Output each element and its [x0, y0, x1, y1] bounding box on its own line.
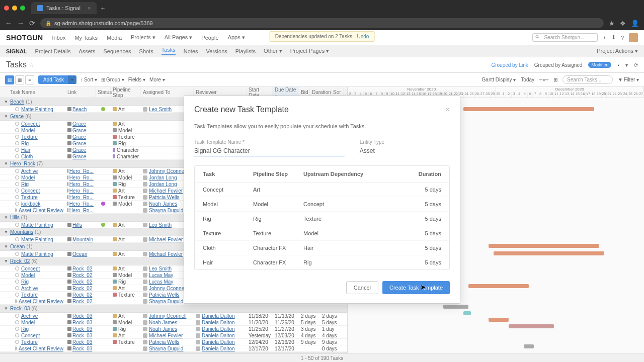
group-row[interactable]: ▼Rock_03(6) — [0, 305, 347, 313]
search-tasks-input[interactable]: Search Tasks... — [562, 75, 613, 84]
gantt-bar[interactable] — [463, 311, 471, 315]
grid-view-icon[interactable]: ▦ — [15, 75, 24, 84]
close-icon[interactable]: × — [88, 5, 91, 11]
gantt-display-menu[interactable]: Gantt Display ▾ — [482, 77, 516, 82]
modal-description: Task Templates allow you to easily popul… — [194, 123, 450, 129]
nav-people[interactable]: People — [201, 35, 218, 41]
extensions-menu-icon[interactable]: ❖ — [620, 20, 626, 27]
proj-nav-details[interactable]: Project Details — [35, 48, 71, 54]
settings-icon[interactable]: ⊞ — [553, 77, 557, 82]
task-row[interactable]: Texture Rock_03 Texture Patricia Wells D… — [0, 339, 347, 345]
create-template-button[interactable]: Create Task Template — [382, 281, 450, 294]
help-icon[interactable]: ? — [621, 35, 624, 41]
task-row[interactable]: Asset Client Review Rock_03 Shayna Dugui… — [0, 345, 347, 352]
lock-icon: 🔒 — [45, 21, 51, 26]
user-avatar[interactable] — [629, 33, 638, 42]
sort-menu[interactable]: ↕ Sort ▾ — [80, 77, 97, 82]
gantt-bar[interactable] — [489, 318, 509, 322]
col-taskname[interactable]: Task Name — [0, 87, 65, 98]
project-name[interactable]: SIGNAL — [6, 48, 27, 54]
proj-nav-playlists[interactable]: Playlists — [235, 48, 256, 54]
grouped-by-assigned[interactable]: Grouped by Assigned — [534, 62, 583, 68]
nav-media[interactable]: Media — [107, 35, 122, 41]
add-task-dropdown[interactable]: ▾ — [68, 75, 76, 84]
dropdown-icon[interactable]: ▾ — [625, 62, 628, 68]
back-button[interactable]: ← — [5, 19, 12, 27]
window-controls[interactable] — [4, 6, 25, 11]
gantt-bar[interactable] — [443, 305, 468, 309]
modified-badge: Modified — [588, 62, 611, 68]
task-row[interactable]: Rig Rock_03 Rig Noah James Daniela Dalto… — [0, 326, 347, 332]
list-view-icon[interactable]: ▤ — [5, 75, 14, 84]
address-bar[interactable]: 🔒 sg-admin.shotgunstudio.com/page/5389 — [40, 18, 604, 28]
gantt-bar[interactable] — [468, 284, 529, 288]
nav-allpages[interactable]: All Pages ▾ — [165, 34, 193, 41]
col-link[interactable]: Link — [65, 87, 96, 98]
zoom-slider[interactable]: ━●━ — [539, 77, 548, 82]
template-tasks-table: Task Pipeline Step Upstream Dependency D… — [194, 165, 450, 270]
mouse-cursor: ➤ — [420, 283, 426, 291]
template-task-row: TextureTextureModel5 days — [195, 226, 449, 241]
fields-menu[interactable]: Fields ▾ — [128, 77, 145, 82]
task-row[interactable]: Model Rock_03 Model Noah James Daniela D… — [0, 319, 347, 326]
proj-nav-shots[interactable]: Shots — [139, 48, 153, 54]
url-text: sg-admin.shotgunstudio.com/page/5389 — [54, 20, 153, 26]
proj-nav-notes[interactable]: Notes — [184, 48, 198, 54]
refresh-icon[interactable]: ⟳ — [634, 62, 638, 68]
task-row[interactable]: Archive Rock_03 Art Johnny Oconnell Dani… — [0, 313, 347, 319]
gantt-bar[interactable] — [494, 251, 604, 255]
add-task-button[interactable]: Add Task — [38, 75, 69, 84]
logo[interactable]: SHOTGUN — [6, 34, 43, 42]
col-pipeline-step[interactable]: Pipeline Step — [111, 87, 141, 98]
reload-button[interactable]: ⟳ — [29, 19, 35, 27]
star-icon[interactable]: ☆ — [29, 61, 34, 68]
global-search[interactable]: Search Shotgun... — [532, 33, 598, 42]
today-button[interactable]: Today — [521, 77, 534, 82]
grouped-by-link[interactable]: Grouped by Link — [491, 62, 528, 68]
pagination-footer: 1 - 50 of 190 Tasks — [0, 353, 644, 362]
page-header: Tasks ☆ Grouped by Link Grouped by Assig… — [0, 57, 644, 73]
gantt-bar[interactable] — [509, 324, 554, 328]
more-menu[interactable]: More ▾ — [149, 77, 165, 82]
gantt-bar[interactable] — [463, 107, 594, 111]
download-icon[interactable]: ⬇ — [611, 34, 616, 41]
proj-nav-sequences[interactable]: Sequences — [104, 48, 131, 54]
entity-label: Entity Type — [360, 139, 450, 145]
gantt-bar[interactable] — [489, 244, 599, 248]
col-status[interactable]: Status — [96, 87, 111, 98]
col-dependency: Upstream Dependency — [303, 171, 394, 177]
close-icon[interactable]: × — [445, 105, 450, 114]
nav-inbox[interactable]: Inbox — [52, 35, 66, 41]
undo-link[interactable]: Undo — [357, 34, 369, 39]
notification-toast: Dependencies updated on 2 Tasks. Undo — [270, 31, 375, 42]
tab-title: Tasks : Signal — [46, 5, 80, 11]
col-step: Pipeline Step — [253, 171, 303, 177]
template-task-row: ConceptArt5 days — [195, 183, 449, 197]
nav-mytasks[interactable]: My Tasks — [74, 35, 98, 41]
extension-icon[interactable]: ★ — [609, 20, 615, 27]
nav-apps[interactable]: Apps ▾ — [228, 34, 245, 41]
create-task-template-modal: Create new Task Template × Task Template… — [184, 96, 460, 304]
nav-projects[interactable]: Projects ▾ — [131, 34, 155, 41]
compact-view-icon[interactable]: ≡ — [25, 75, 34, 84]
forward-button[interactable]: → — [17, 19, 24, 27]
group-menu[interactable]: ⊞ Group ▾ — [101, 77, 124, 82]
task-row[interactable]: Concept Rock_03 Art Michael Fowler Danie… — [0, 332, 347, 339]
project-actions[interactable]: Project Actions ▾ — [597, 48, 638, 54]
proj-nav-tasks[interactable]: Tasks — [162, 47, 176, 55]
gantt-month: December 2020 — [496, 87, 645, 92]
col-duration: Duration — [401, 171, 441, 177]
filter-menu[interactable]: ▼ Filter ▾ — [618, 77, 639, 82]
cancel-button[interactable]: Cancel — [346, 281, 378, 294]
template-name-input[interactable] — [194, 146, 345, 156]
gantt-bar[interactable] — [524, 344, 534, 348]
plus-icon[interactable]: + — [603, 35, 606, 41]
new-tab-button[interactable]: + — [101, 4, 105, 12]
browser-tab[interactable]: Tasks : Signal × — [31, 2, 97, 14]
proj-nav-versions[interactable]: Versions — [206, 48, 227, 54]
proj-nav-assets[interactable]: Assets — [78, 48, 95, 54]
profile-icon[interactable]: 👤 — [631, 20, 639, 27]
proj-nav-pages[interactable]: Project Pages ▾ — [290, 48, 330, 54]
save-icon[interactable]: ▪ — [617, 62, 619, 68]
proj-nav-other[interactable]: Other ▾ — [264, 48, 282, 54]
